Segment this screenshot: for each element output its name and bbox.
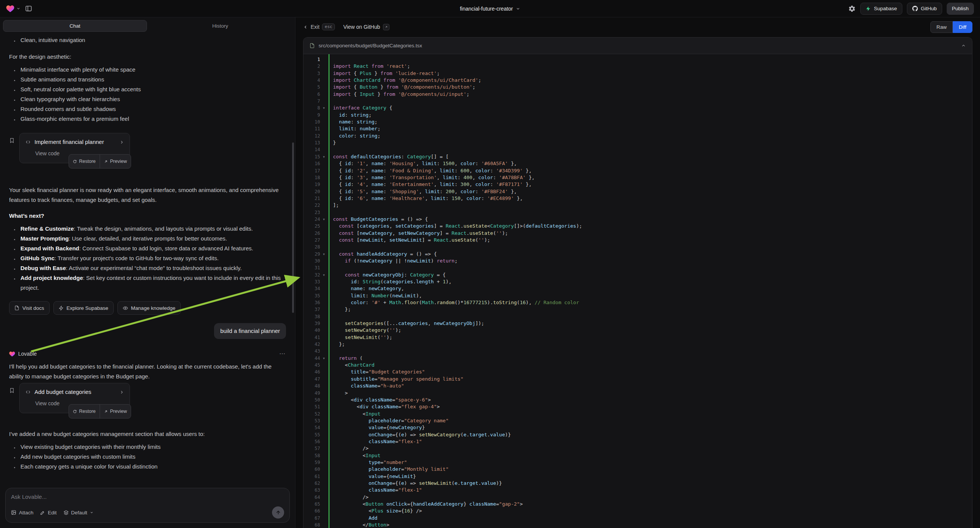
explore-supabase-label: Explore Supabase (67, 305, 108, 311)
code-line: 55 onChange={(e) => setNewCategory(e.tar… (304, 431, 972, 438)
list-item: Clean typography with clear hierarchies (19, 94, 286, 104)
exit-label: Exit (311, 24, 319, 30)
chat-scrollbar[interactable] (292, 142, 294, 313)
code-line: 22]; (304, 202, 972, 209)
code-line: 51 <div className="flex gap-4"> (304, 403, 972, 410)
supabase-button[interactable]: Supabase (860, 3, 902, 15)
code-lines: 12import React from 'react';3import { Pl… (304, 56, 972, 528)
code-line: 34 name: newCategory, (304, 285, 972, 292)
code-panel: Exit esc View on GitHub Raw Diff sr (296, 17, 980, 528)
lovable-logo[interactable] (6, 5, 21, 13)
added-bullet-list: View existing budget categories with the… (9, 442, 286, 472)
code-line: 50 <div className="space-y-6"> (304, 396, 972, 403)
attach-button[interactable]: Attach (11, 510, 33, 515)
sidebar-toggle-button[interactable] (25, 5, 32, 12)
code-line: 28 (304, 243, 972, 250)
attach-image-icon (11, 510, 16, 515)
code-line: 7 (304, 98, 972, 105)
list-item: Refine & Customize: Tweak the design, an… (19, 224, 286, 234)
code-line: 4import ChartCard from '@/components/ui/… (304, 77, 972, 84)
project-switcher[interactable]: financial-future-creator (460, 6, 520, 12)
code-line: 67 Add (304, 515, 972, 522)
code-line: 58 <Input (304, 452, 972, 459)
code-line: 5import { Button } from '@/components/ui… (304, 84, 972, 91)
refresh-icon (73, 409, 77, 413)
assistant-header: Lovable ⋯ (9, 349, 286, 359)
code-line: 18 { id: '3', name: 'Transportation', li… (304, 174, 972, 181)
list-item: Add project knowledge: Set key context o… (19, 273, 286, 293)
settings-button[interactable] (848, 5, 856, 13)
tab-chat[interactable]: Chat (3, 20, 147, 32)
restore-button[interactable]: Restore (69, 404, 100, 418)
diff-tab[interactable]: Diff (953, 21, 972, 33)
file-path: src/components/budget/BudgetCategories.t… (318, 43, 422, 48)
visit-docs-button[interactable]: Visit docs (9, 301, 49, 315)
visit-docs-label: Visit docs (22, 305, 45, 311)
whats-next-heading: What’s next? (9, 211, 286, 221)
collapse-file-button[interactable] (961, 43, 966, 48)
arrow-up-icon (275, 510, 281, 515)
code-line: 39 setCategories([...categories, newCate… (304, 320, 972, 327)
file-header[interactable]: src/components/budget/BudgetCategories.t… (304, 38, 972, 54)
chat-tabs: Chat History (0, 17, 295, 34)
ready-paragraph: Your sleek financial planner is now read… (9, 185, 286, 205)
refresh-icon (73, 159, 77, 164)
code-toolbar: Exit esc View on GitHub Raw Diff (296, 17, 980, 37)
code-line: 14 (304, 146, 972, 153)
tab-history[interactable]: History (148, 20, 293, 32)
added-paragraph: I've added a new budget categories manag… (9, 429, 286, 439)
view-on-github-link[interactable]: View on GitHub (343, 24, 390, 30)
edit-button[interactable]: Edit (40, 510, 56, 515)
publish-button[interactable]: Publish (947, 3, 974, 15)
chat-input[interactable] (11, 493, 284, 500)
code-line: 29▾ const handleAddCategory = () => { (304, 251, 972, 258)
code-line: 26 const [newCategory, setNewCategory] =… (304, 230, 972, 237)
bookmark-icon[interactable] (9, 137, 15, 143)
tool-card-add-budget-categories[interactable]: Add budget categories View code Restore (19, 383, 130, 413)
preview-button[interactable]: Preview (100, 404, 131, 418)
preview-button[interactable]: Preview (100, 154, 131, 168)
send-button[interactable] (272, 506, 284, 518)
code-line: 64 /> (304, 494, 972, 501)
mode-select[interactable]: Default (64, 510, 94, 515)
tool-card-title: Add budget categories (35, 387, 91, 397)
bookmark-icon[interactable] (9, 388, 15, 394)
code-line: 43 (304, 348, 972, 355)
design-bullet-list: Minimalist interface with plenty of whit… (9, 65, 286, 124)
document-icon (14, 305, 19, 310)
code-line: 44▾ return ( (304, 355, 972, 362)
assistant-intro: I'll help you add budget categories to t… (9, 362, 286, 382)
list-item: Each category gets a unique color for vi… (19, 462, 286, 472)
preview-label: Preview (110, 156, 127, 166)
esc-badge: esc (322, 24, 335, 30)
code-line: 56 className="flex-1" (304, 438, 972, 445)
code-line: 13} (304, 139, 972, 146)
restore-button[interactable]: Restore (69, 154, 100, 168)
code-line: 57 /> (304, 445, 972, 452)
manage-knowledge-button[interactable]: Manage knowledge (118, 301, 181, 315)
view-code-link[interactable]: View code (35, 398, 59, 408)
project-name: financial-future-creator (460, 6, 513, 12)
code-line: 62 onChange={(e) => setNewLimit(e.target… (304, 480, 972, 487)
view-code-link[interactable]: View code (35, 148, 59, 158)
github-button[interactable]: GitHub (907, 3, 942, 15)
message-options-button[interactable]: ⋯ (279, 349, 286, 359)
code-line: 35 limit: Number(newLimit), (304, 293, 972, 299)
code-line: 32▾ const newCategoryObj: Category = { (304, 272, 972, 278)
explore-supabase-button[interactable]: Explore Supabase (53, 301, 114, 315)
exit-button[interactable]: Exit esc (303, 24, 335, 30)
list-item: Subtle animations and transitions (19, 75, 286, 84)
restore-preview-group: Restore Preview (68, 154, 131, 169)
code-editor[interactable]: 12import React from 'react';3import { Pl… (304, 54, 972, 528)
raw-tab[interactable]: Raw (931, 21, 953, 33)
code-line: 60 placeholder="Monthly limit" (304, 466, 972, 473)
external-link-icon (385, 25, 388, 29)
code-line: 47 subtitle="Manage your spending limits… (304, 376, 972, 383)
code-line: 49 > (304, 390, 972, 396)
tool-card-implement-financial-planner[interactable]: Implement financial planner View code Re… (19, 133, 130, 163)
chevron-left-icon (303, 25, 308, 30)
code-line: 16 { id: '1', name: 'Housing', limit: 15… (304, 160, 972, 167)
code-line: 15▾const defaultCategories: Category[] =… (304, 153, 972, 160)
code-line: 17 { id: '2', name: 'Food & Dining', lim… (304, 167, 972, 174)
list-item: Minimalist interface with plenty of whit… (19, 65, 286, 75)
